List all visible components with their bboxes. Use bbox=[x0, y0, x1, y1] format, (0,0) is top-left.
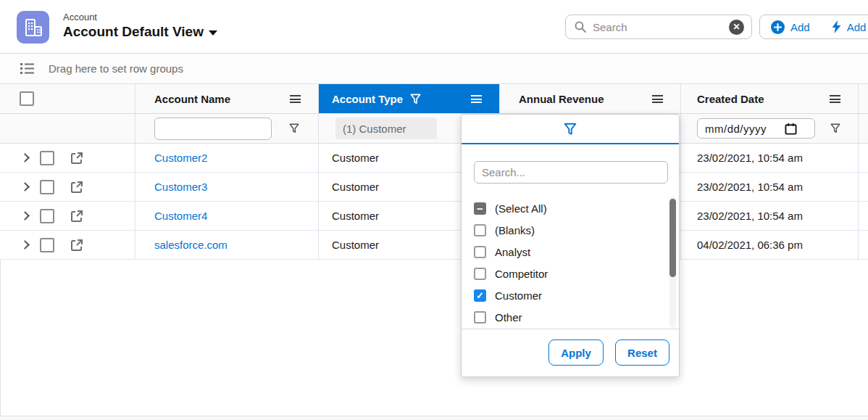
filter-option-other[interactable]: Other bbox=[462, 306, 679, 328]
add-button-label: Add bbox=[790, 21, 810, 33]
search-input[interactable] bbox=[593, 21, 729, 33]
filter-cell-account-name bbox=[135, 114, 319, 143]
account-type-filter-popup: (Select All) (Blanks) Analyst Competitor… bbox=[461, 114, 680, 377]
filter-option-customer[interactable]: Customer bbox=[462, 284, 679, 306]
filter-option-select-all[interactable]: (Select All) bbox=[462, 197, 679, 219]
grid-header-row: Account Name Account Type Annual Revenue… bbox=[0, 84, 868, 114]
header-account-type[interactable]: Account Type bbox=[319, 84, 500, 113]
header-account-name[interactable]: Account Name bbox=[135, 84, 319, 113]
open-record-icon[interactable] bbox=[70, 152, 83, 165]
column-menu-icon[interactable] bbox=[830, 95, 840, 103]
filter-option-label: Other bbox=[495, 311, 522, 324]
view-title: Account Default View bbox=[63, 24, 204, 40]
table-row: Customer3 Customer 23/02/2021, 10:54 am bbox=[0, 173, 868, 202]
account-link[interactable]: Customer2 bbox=[154, 152, 207, 164]
analyst-filter-checkbox[interactable] bbox=[474, 246, 486, 258]
filter-option-label: Analyst bbox=[495, 246, 530, 258]
row-group-hint: Drag here to set row groups bbox=[49, 62, 183, 75]
filter-option-label: Competitor bbox=[495, 268, 548, 280]
table-row: Customer4 Customer 23/02/2021, 10:54 am bbox=[0, 202, 868, 231]
filter-option-analyst[interactable]: Analyst bbox=[462, 241, 679, 263]
clear-search-icon[interactable]: ✕ bbox=[729, 20, 744, 35]
entity-label: Account bbox=[63, 12, 97, 22]
filter-list-scrollbar[interactable] bbox=[669, 199, 676, 277]
header-label: Created Date bbox=[697, 93, 764, 105]
expand-row-icon[interactable] bbox=[20, 240, 30, 250]
account-name-cell: salesforce.com bbox=[135, 231, 319, 259]
row-group-panel[interactable]: Drag here to set row groups bbox=[0, 54, 868, 84]
created-date-cell: 23/02/2021, 10:54 am bbox=[681, 202, 859, 230]
blanks-filter-checkbox[interactable] bbox=[474, 224, 486, 236]
created-date-value: 23/02/2021, 10:54 am bbox=[697, 152, 803, 164]
created-date-cell: 23/02/2021, 10:54 am bbox=[681, 173, 859, 201]
filter-icon[interactable] bbox=[289, 123, 299, 133]
open-record-icon[interactable] bbox=[70, 210, 83, 223]
row-checkbox[interactable] bbox=[40, 180, 54, 194]
header-label: Annual Revenue bbox=[519, 93, 604, 105]
created-date-value: 04/02/2021, 06:36 pm bbox=[697, 239, 803, 251]
app-window: Account Account Default View ✕ Add bbox=[0, 0, 868, 420]
header-label: Account Type bbox=[332, 93, 403, 105]
account-entity-icon bbox=[17, 11, 49, 44]
lightning-bolt-icon bbox=[832, 20, 841, 33]
view-selector[interactable]: Account Default View bbox=[63, 24, 217, 40]
filter-option-label: Customer bbox=[495, 289, 542, 302]
filter-option-label: (Blanks) bbox=[495, 224, 535, 236]
apply-button[interactable]: Apply bbox=[548, 339, 604, 366]
select-all-checkbox[interactable] bbox=[20, 91, 34, 106]
account-name-cell: Customer3 bbox=[135, 173, 319, 201]
created-date-filter-input[interactable]: mm/dd/yyyy bbox=[697, 118, 815, 139]
account-name-filter-input[interactable] bbox=[154, 118, 272, 140]
select-all-filter-checkbox[interactable] bbox=[474, 202, 486, 215]
account-link[interactable]: salesforce.com bbox=[154, 239, 228, 251]
add-item-button[interactable]: Add I bbox=[821, 15, 868, 38]
open-record-icon[interactable] bbox=[70, 239, 83, 252]
account-link[interactable]: Customer3 bbox=[154, 181, 207, 193]
filter-cell-created-date: mm/dd/yyyy bbox=[681, 114, 859, 143]
column-menu-icon[interactable] bbox=[290, 95, 301, 103]
toolbar-button-group: Add Add I bbox=[759, 15, 868, 39]
other-filter-checkbox[interactable] bbox=[474, 311, 486, 324]
calendar-icon[interactable] bbox=[785, 123, 797, 135]
add-item-button-label: Add I bbox=[847, 21, 868, 33]
reset-button[interactable]: Reset bbox=[615, 339, 669, 366]
chevron-down-icon bbox=[209, 30, 217, 36]
add-button[interactable]: Add bbox=[760, 15, 821, 38]
filter-tab[interactable] bbox=[462, 115, 679, 144]
table-row: salesforce.com Customer 04/02/2021, 06:3… bbox=[0, 231, 868, 260]
filter-search-input[interactable] bbox=[474, 161, 668, 184]
account-type-value: Customer bbox=[332, 210, 379, 222]
row-checkbox[interactable] bbox=[40, 238, 54, 252]
created-date-cell: 04/02/2021, 06:36 pm bbox=[681, 231, 859, 259]
expand-row-icon[interactable] bbox=[20, 182, 30, 192]
row-controls-cell bbox=[0, 173, 135, 201]
filter-icon[interactable] bbox=[830, 123, 840, 133]
expand-row-icon[interactable] bbox=[20, 153, 30, 162]
horizontal-scrollbar[interactable] bbox=[0, 416, 868, 420]
row-checkbox[interactable] bbox=[40, 151, 54, 165]
account-link[interactable]: Customer4 bbox=[154, 210, 207, 222]
column-menu-icon[interactable] bbox=[652, 95, 663, 103]
customer-filter-checkbox[interactable] bbox=[474, 289, 486, 302]
filter-option-label: (Select All) bbox=[495, 202, 547, 215]
column-menu-icon[interactable] bbox=[471, 95, 482, 103]
competitor-filter-checkbox[interactable] bbox=[474, 268, 486, 280]
open-record-icon[interactable] bbox=[70, 181, 83, 194]
account-type-filter-value[interactable]: (1) Customer bbox=[335, 118, 437, 139]
row-checkbox[interactable] bbox=[40, 209, 54, 223]
header-annual-revenue[interactable]: Annual Revenue bbox=[500, 84, 681, 113]
table-row: Customer2 Customer 23/02/2021, 10:54 am bbox=[0, 144, 868, 173]
header-created-date[interactable]: Created Date bbox=[681, 84, 859, 113]
account-type-value: Customer bbox=[332, 152, 379, 164]
date-placeholder: mm/dd/yyyy bbox=[705, 123, 782, 135]
filter-options-list: (Select All) (Blanks) Analyst Competitor… bbox=[462, 195, 679, 329]
header-stub-cell bbox=[859, 84, 868, 113]
expand-row-icon[interactable] bbox=[20, 211, 30, 221]
filter-tab-icon bbox=[564, 123, 577, 136]
header-select-all-cell bbox=[0, 84, 135, 113]
filter-option-competitor[interactable]: Competitor bbox=[462, 263, 679, 284]
filter-option-blanks[interactable]: (Blanks) bbox=[462, 219, 679, 241]
row-controls-cell bbox=[0, 144, 135, 172]
account-name-cell: Customer2 bbox=[135, 144, 319, 172]
created-date-value: 23/02/2021, 10:54 am bbox=[697, 181, 803, 193]
